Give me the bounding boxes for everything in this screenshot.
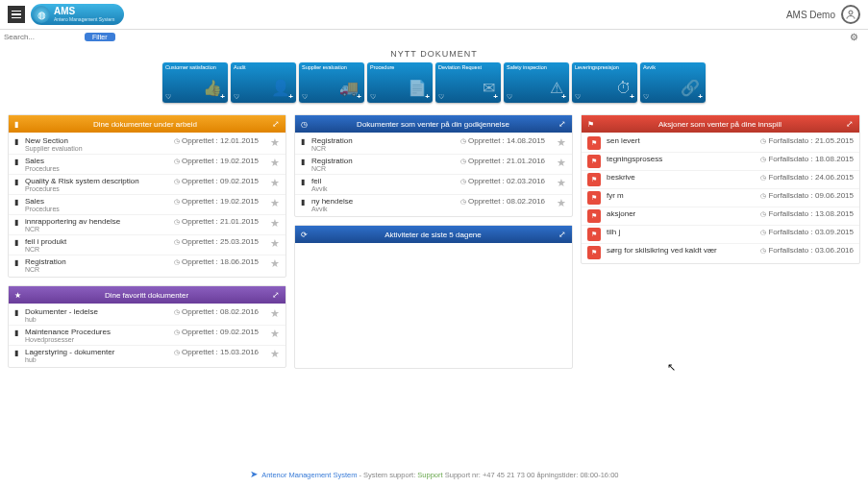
favorite-star-icon[interactable]: ★ xyxy=(557,177,566,189)
clock-icon: ◷ xyxy=(460,178,466,185)
heart-icon[interactable]: ♡ xyxy=(507,93,512,101)
clock-icon: ◷ xyxy=(174,258,180,266)
doc-type-tile[interactable]: Leveringspresisjon ⏱ ♡ + xyxy=(572,62,637,103)
plus-icon[interactable]: + xyxy=(220,92,225,101)
panel-favorites: ★ Dine favoritt dokumenter ⤢ ▮ Dokumente… xyxy=(8,285,286,368)
heart-icon[interactable]: ♡ xyxy=(575,93,581,101)
list-item[interactable]: ▮ Registration NCR ◷Opprettet : 14.08.20… xyxy=(295,134,572,155)
favorite-star-icon[interactable]: ★ xyxy=(270,197,280,209)
tile-glyph-icon: 📄 xyxy=(408,79,427,97)
support-link[interactable]: Support xyxy=(417,471,442,479)
expand-icon[interactable]: ⤢ xyxy=(846,119,854,129)
favorite-star-icon[interactable]: ★ xyxy=(270,257,280,270)
brand-subtitle: Antero Management System xyxy=(54,16,114,22)
list-item[interactable]: ▮ Registration NCR ◷Opprettet : 21.01.20… xyxy=(295,155,572,175)
clock-icon: ◷ xyxy=(174,198,180,206)
item-subtitle: hub xyxy=(25,356,174,363)
item-title: aksjoner xyxy=(607,209,760,218)
plus-icon[interactable]: + xyxy=(630,92,634,101)
heart-icon[interactable]: ♡ xyxy=(234,93,239,101)
item-date: ◷Opprettet : 19.02.2015 xyxy=(174,197,262,206)
panel-actions: ⚑ Aksjoner som venter på dine innspill ⤢… xyxy=(581,114,860,264)
heart-icon[interactable]: ♡ xyxy=(165,93,171,101)
list-item[interactable]: ▮ Dokumenter - ledelse hub ◷Opprettet : … xyxy=(9,305,285,326)
doc-type-tile[interactable]: Procedure 📄 ♡ + xyxy=(367,62,433,103)
expand-icon[interactable]: ⤢ xyxy=(558,119,566,129)
heart-icon[interactable]: ♡ xyxy=(438,93,444,101)
item-title: Registration xyxy=(311,136,460,145)
item-title: tilh j xyxy=(607,228,760,236)
doc-type-tile[interactable]: Safety inspection ⚠ ♡ + xyxy=(504,62,569,103)
list-item[interactable]: ▮ Lagerstyring - dokumenter hub ◷Opprett… xyxy=(9,346,285,365)
plus-icon[interactable]: + xyxy=(425,92,430,101)
favorite-star-icon[interactable]: ★ xyxy=(270,136,280,149)
list-item[interactable]: ⚑ beskrive ◷Forfallsdato : 24.06.2015 xyxy=(582,171,859,189)
clock-icon: ◷ xyxy=(174,238,180,246)
doc-type-tile[interactable]: Audit 👤 ♡ + xyxy=(231,62,296,103)
tile-label: Supplier evaluation xyxy=(302,64,361,70)
list-item[interactable]: ▮ Sales Procedures ◷Opprettet : 19.02.20… xyxy=(9,155,285,175)
gear-icon[interactable]: ⚙ xyxy=(850,32,864,42)
list-item[interactable]: ▮ ny hendelse Avvik ◷Opprettet : 08.02.2… xyxy=(295,195,572,214)
plus-icon[interactable]: + xyxy=(357,92,361,101)
star-icon: ★ xyxy=(14,291,21,300)
clock-icon: ◷ xyxy=(460,158,466,165)
panel-title: Dine dokumenter under arbeid xyxy=(23,120,267,129)
heart-icon[interactable]: ♡ xyxy=(302,93,308,101)
list-item[interactable]: ⚑ tegningsprosess ◷Forfallsdato : 18.08.… xyxy=(582,153,859,171)
heart-icon[interactable]: ♡ xyxy=(370,93,376,101)
list-item[interactable]: ⚑ tilh j ◷Forfallsdato : 03.09.2015 xyxy=(582,226,859,244)
item-title: New Section xyxy=(25,136,174,145)
document-icon: ▮ xyxy=(14,349,22,357)
list-item[interactable]: ▮ Quality & Risk system description Proc… xyxy=(9,175,285,195)
new-document-heading: NYTT DOKUMENT xyxy=(8,43,860,62)
item-date: ◷Opprettet : 18.06.2015 xyxy=(174,257,262,266)
menu-button[interactable] xyxy=(8,6,25,23)
favorite-star-icon[interactable]: ★ xyxy=(557,136,566,149)
brand-logo[interactable]: ◍ AMS Antero Management System xyxy=(31,4,124,25)
doc-type-tile[interactable]: Supplier evaluation 🚚 ♡ + xyxy=(299,62,364,103)
expand-icon[interactable]: ⤢ xyxy=(272,119,280,129)
list-item[interactable]: ▮ Maintenance Procedures Hovedprosesser … xyxy=(9,326,285,346)
favorite-star-icon[interactable]: ★ xyxy=(270,348,280,360)
list-item[interactable]: ▮ New Section Supplier evaluation ◷Oppre… xyxy=(9,134,285,155)
plus-icon[interactable]: + xyxy=(698,92,703,101)
list-item[interactable]: ⚑ aksjoner ◷Forfallsdato : 13.08.2015 xyxy=(582,207,859,226)
document-icon: ▮ xyxy=(14,178,22,186)
filter-button[interactable]: Filter xyxy=(85,33,115,41)
list-item[interactable]: ⚑ sen levert ◷Forfallsdato : 21.05.2015 xyxy=(582,134,859,153)
favorite-star-icon[interactable]: ★ xyxy=(270,237,280,250)
doc-type-tile[interactable]: Customer satisfaction 👍 ♡ + xyxy=(162,62,228,103)
search-input[interactable] xyxy=(4,33,81,41)
doc-type-tile[interactable]: Avvik 🔗 ♡ + xyxy=(640,62,706,103)
favorite-star-icon[interactable]: ★ xyxy=(270,217,280,230)
list-item[interactable]: ⚑ fyr m ◷Forfallsdato : 09.06.2015 xyxy=(582,189,859,207)
plus-icon[interactable]: + xyxy=(493,92,498,101)
favorite-star-icon[interactable]: ★ xyxy=(557,157,566,169)
plus-icon[interactable]: + xyxy=(561,92,566,101)
expand-icon[interactable]: ⤢ xyxy=(558,230,566,239)
document-icon: ▮ xyxy=(14,218,22,227)
favorite-star-icon[interactable]: ★ xyxy=(270,307,280,320)
expand-icon[interactable]: ⤢ xyxy=(272,290,280,300)
user-avatar[interactable] xyxy=(841,5,860,24)
clock-icon: ◷ xyxy=(760,137,766,145)
item-date: ◷Forfallsdato : 18.08.2015 xyxy=(760,155,854,163)
list-item[interactable]: ▮ Sales Procedures ◷Opprettet : 19.02.20… xyxy=(9,195,285,215)
item-title: feil i produkt xyxy=(25,237,174,246)
doc-type-tile[interactable]: Deviation Request ✉ ♡ + xyxy=(435,62,501,103)
favorite-star-icon[interactable]: ★ xyxy=(270,177,280,189)
list-item[interactable]: ▮ feil i produkt NCR ◷Opprettet : 25.03.… xyxy=(9,235,285,256)
list-item[interactable]: ▮ Registration NCR ◷Opprettet : 18.06.20… xyxy=(9,256,285,275)
item-date: ◷Opprettet : 09.02.2015 xyxy=(174,177,262,185)
favorite-star-icon[interactable]: ★ xyxy=(270,328,280,340)
list-item[interactable]: ▮ feil Avvik ◷Opprettet : 02.03.2016 ★ xyxy=(295,175,572,195)
heart-icon[interactable]: ♡ xyxy=(643,93,649,101)
user-label: AMS Demo xyxy=(786,10,835,20)
favorite-star-icon[interactable]: ★ xyxy=(557,197,566,209)
plus-icon[interactable]: + xyxy=(288,92,293,101)
favorite-star-icon[interactable]: ★ xyxy=(270,157,280,169)
list-item[interactable]: ⚑ sørg for skilsikring ved kaldt vær ◷Fo… xyxy=(582,244,859,261)
item-date: ◷Forfallsdato : 24.06.2015 xyxy=(760,173,854,182)
list-item[interactable]: ▮ innrapportering av hendelse NCR ◷Oppre… xyxy=(9,215,285,235)
